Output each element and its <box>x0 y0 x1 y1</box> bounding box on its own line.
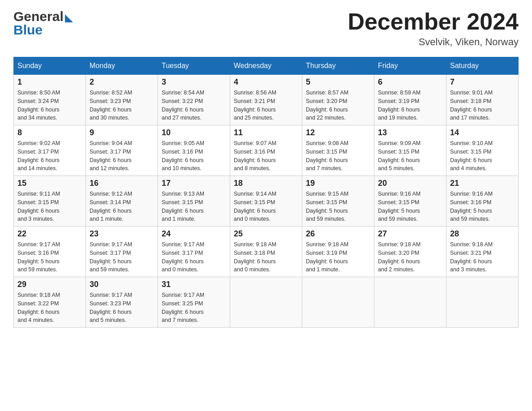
calendar-cell: 30 Sunrise: 9:17 AMSunset: 3:23 PMDaylig… <box>86 277 158 328</box>
calendar-cell: 6 Sunrise: 8:59 AMSunset: 3:19 PMDayligh… <box>374 75 446 125</box>
header-saturday: Saturday <box>446 57 519 75</box>
calendar-cell <box>302 277 374 328</box>
day-info: Sunrise: 9:16 AMSunset: 3:16 PMDaylight:… <box>450 190 515 223</box>
day-number: 30 <box>90 280 154 289</box>
calendar-cell: 25 Sunrise: 9:18 AMSunset: 3:18 PMDaylig… <box>230 227 302 277</box>
header-sunday: Sunday <box>14 57 86 75</box>
day-info: Sunrise: 9:04 AMSunset: 3:17 PMDaylight:… <box>90 139 154 173</box>
calendar-cell <box>374 277 446 328</box>
day-info: Sunrise: 9:05 AMSunset: 3:16 PMDaylight:… <box>162 139 226 173</box>
day-info: Sunrise: 9:18 AMSunset: 3:18 PMDaylight:… <box>234 240 298 274</box>
calendar-cell: 11 Sunrise: 9:07 AMSunset: 3:16 PMDaylig… <box>230 125 302 176</box>
day-info: Sunrise: 9:18 AMSunset: 3:20 PMDaylight:… <box>378 240 442 274</box>
calendar-cell: 1 Sunrise: 8:50 AMSunset: 3:24 PMDayligh… <box>14 75 86 125</box>
calendar-cell: 18 Sunrise: 9:14 AMSunset: 3:15 PMDaylig… <box>230 176 302 227</box>
day-info: Sunrise: 8:54 AMSunset: 3:22 PMDaylight:… <box>162 89 226 122</box>
day-info: Sunrise: 9:11 AMSunset: 3:15 PMDaylight:… <box>17 190 82 223</box>
calendar-cell: 2 Sunrise: 8:52 AMSunset: 3:23 PMDayligh… <box>86 75 158 125</box>
day-info: Sunrise: 9:17 AMSunset: 3:17 PMDaylight:… <box>162 240 226 274</box>
calendar-cell: 10 Sunrise: 9:05 AMSunset: 3:16 PMDaylig… <box>158 125 230 176</box>
calendar-header-row: SundayMondayTuesdayWednesdayThursdayFrid… <box>14 57 519 75</box>
calendar-cell: 7 Sunrise: 9:01 AMSunset: 3:18 PMDayligh… <box>446 75 519 125</box>
calendar-cell: 4 Sunrise: 8:56 AMSunset: 3:21 PMDayligh… <box>230 75 302 125</box>
calendar-cell: 20 Sunrise: 9:16 AMSunset: 3:15 PMDaylig… <box>374 176 446 227</box>
day-info: Sunrise: 9:17 AMSunset: 3:17 PMDaylight:… <box>90 240 154 274</box>
day-info: Sunrise: 9:17 AMSunset: 3:23 PMDaylight:… <box>90 291 154 325</box>
calendar-cell: 3 Sunrise: 8:54 AMSunset: 3:22 PMDayligh… <box>158 75 230 125</box>
day-info: Sunrise: 8:52 AMSunset: 3:23 PMDaylight:… <box>90 89 154 122</box>
day-info: Sunrise: 9:17 AMSunset: 3:16 PMDaylight:… <box>17 240 82 274</box>
header-wednesday: Wednesday <box>230 57 302 75</box>
calendar-cell: 14 Sunrise: 9:10 AMSunset: 3:15 PMDaylig… <box>446 125 519 176</box>
day-info: Sunrise: 8:57 AMSunset: 3:20 PMDaylight:… <box>306 89 370 122</box>
header-tuesday: Tuesday <box>158 57 230 75</box>
header-monday: Monday <box>86 57 158 75</box>
logo-blue-text: Blue <box>13 22 43 38</box>
day-number: 24 <box>162 229 226 239</box>
calendar-table: SundayMondayTuesdayWednesdayThursdayFrid… <box>13 57 519 328</box>
day-info: Sunrise: 9:14 AMSunset: 3:15 PMDaylight:… <box>234 190 298 223</box>
day-info: Sunrise: 9:01 AMSunset: 3:18 PMDaylight:… <box>450 89 515 122</box>
day-number: 22 <box>17 229 82 239</box>
calendar-week-row: 22 Sunrise: 9:17 AMSunset: 3:16 PMDaylig… <box>14 227 519 277</box>
day-number: 27 <box>378 229 442 239</box>
calendar-cell <box>446 277 519 328</box>
day-info: Sunrise: 9:08 AMSunset: 3:15 PMDaylight:… <box>306 139 370 173</box>
day-number: 7 <box>450 77 515 87</box>
day-number: 31 <box>162 280 226 289</box>
day-info: Sunrise: 8:56 AMSunset: 3:21 PMDaylight:… <box>234 89 298 122</box>
day-number: 11 <box>234 128 298 137</box>
calendar-cell: 22 Sunrise: 9:17 AMSunset: 3:16 PMDaylig… <box>14 227 86 277</box>
calendar-cell: 8 Sunrise: 9:02 AMSunset: 3:17 PMDayligh… <box>14 125 86 176</box>
calendar-cell: 19 Sunrise: 9:15 AMSunset: 3:15 PMDaylig… <box>302 176 374 227</box>
logo-general-text: General <box>13 9 64 24</box>
day-number: 29 <box>17 280 82 289</box>
day-number: 23 <box>90 229 154 239</box>
calendar-cell: 9 Sunrise: 9:04 AMSunset: 3:17 PMDayligh… <box>86 125 158 176</box>
title-block: December 2024 Svelvik, Viken, Norway <box>348 9 519 48</box>
day-number: 6 <box>378 77 442 87</box>
day-info: Sunrise: 9:18 AMSunset: 3:22 PMDaylight:… <box>17 291 82 325</box>
day-info: Sunrise: 9:13 AMSunset: 3:15 PMDaylight:… <box>162 190 226 223</box>
day-info: Sunrise: 9:15 AMSunset: 3:15 PMDaylight:… <box>306 190 370 223</box>
day-number: 21 <box>450 179 515 188</box>
calendar-cell: 12 Sunrise: 9:08 AMSunset: 3:15 PMDaylig… <box>302 125 374 176</box>
day-number: 5 <box>306 77 370 87</box>
day-info: Sunrise: 9:16 AMSunset: 3:15 PMDaylight:… <box>378 190 442 223</box>
day-number: 15 <box>17 179 82 188</box>
calendar-cell: 16 Sunrise: 9:12 AMSunset: 3:14 PMDaylig… <box>86 176 158 227</box>
day-number: 14 <box>450 128 515 137</box>
header-friday: Friday <box>374 57 446 75</box>
calendar-cell <box>230 277 302 328</box>
day-number: 10 <box>162 128 226 137</box>
day-number: 3 <box>162 77 226 87</box>
day-number: 16 <box>90 179 154 188</box>
calendar-cell: 17 Sunrise: 9:13 AMSunset: 3:15 PMDaylig… <box>158 176 230 227</box>
location-subtitle: Svelvik, Viken, Norway <box>348 36 519 48</box>
calendar-cell: 28 Sunrise: 9:18 AMSunset: 3:21 PMDaylig… <box>446 227 519 277</box>
calendar-cell: 23 Sunrise: 9:17 AMSunset: 3:17 PMDaylig… <box>86 227 158 277</box>
day-info: Sunrise: 9:17 AMSunset: 3:25 PMDaylight:… <box>162 291 226 325</box>
day-number: 9 <box>90 128 154 137</box>
calendar-week-row: 1 Sunrise: 8:50 AMSunset: 3:24 PMDayligh… <box>14 75 519 125</box>
calendar-week-row: 8 Sunrise: 9:02 AMSunset: 3:17 PMDayligh… <box>14 125 519 176</box>
calendar-cell: 26 Sunrise: 9:18 AMSunset: 3:19 PMDaylig… <box>302 227 374 277</box>
day-info: Sunrise: 9:07 AMSunset: 3:16 PMDaylight:… <box>234 139 298 173</box>
day-info: Sunrise: 9:12 AMSunset: 3:14 PMDaylight:… <box>90 190 154 223</box>
day-info: Sunrise: 9:18 AMSunset: 3:21 PMDaylight:… <box>450 240 515 274</box>
day-info: Sunrise: 9:02 AMSunset: 3:17 PMDaylight:… <box>17 139 82 173</box>
logo-triangle-icon <box>65 14 73 22</box>
day-number: 8 <box>17 128 82 137</box>
day-info: Sunrise: 9:10 AMSunset: 3:15 PMDaylight:… <box>450 139 515 173</box>
calendar-cell: 21 Sunrise: 9:16 AMSunset: 3:16 PMDaylig… <box>446 176 519 227</box>
day-info: Sunrise: 8:50 AMSunset: 3:24 PMDaylight:… <box>17 89 82 122</box>
calendar-cell: 24 Sunrise: 9:17 AMSunset: 3:17 PMDaylig… <box>158 227 230 277</box>
calendar-week-row: 15 Sunrise: 9:11 AMSunset: 3:15 PMDaylig… <box>14 176 519 227</box>
page-header: General Blue December 2024 Svelvik, Vike… <box>13 9 519 48</box>
day-number: 12 <box>306 128 370 137</box>
day-number: 13 <box>378 128 442 137</box>
day-number: 1 <box>17 77 82 87</box>
day-number: 18 <box>234 179 298 188</box>
calendar-cell: 15 Sunrise: 9:11 AMSunset: 3:15 PMDaylig… <box>14 176 86 227</box>
day-number: 19 <box>306 179 370 188</box>
